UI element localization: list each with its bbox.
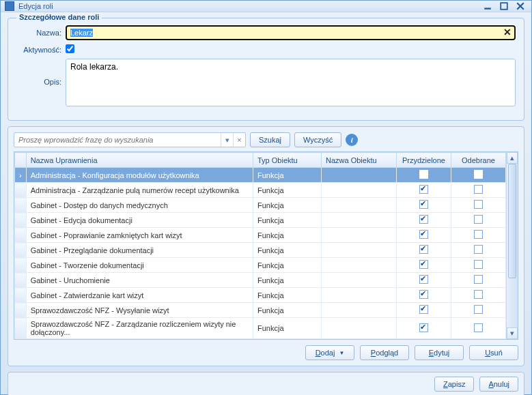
scroll-up-icon[interactable]: ▴: [507, 152, 518, 164]
revoked-checkbox[interactable]: [474, 230, 483, 239]
active-label: Aktywność:: [16, 46, 66, 54]
cell-assigned[interactable]: [397, 258, 451, 273]
assigned-checkbox[interactable]: [419, 170, 428, 179]
assigned-checkbox[interactable]: [419, 260, 428, 269]
scroll-down-icon[interactable]: ▾: [507, 327, 518, 339]
grid-action-bar: Dodaj▼ Podgląd Edytuj Usuń: [14, 345, 518, 360]
cell-assigned[interactable]: [397, 318, 451, 339]
active-checkbox[interactable]: [66, 44, 74, 53]
cell-assigned[interactable]: [397, 183, 451, 198]
cell-revoked[interactable]: [451, 198, 506, 213]
cell-assigned[interactable]: [397, 213, 451, 228]
table-row[interactable]: Gabinet - Przeglądanie dokumentacjiFunkc…: [15, 243, 506, 258]
cell-assigned[interactable]: [397, 273, 451, 288]
assigned-checkbox[interactable]: [419, 305, 428, 314]
scroll-track[interactable]: [507, 164, 518, 327]
search-input[interactable]: [14, 134, 221, 145]
assigned-checkbox[interactable]: [419, 215, 428, 224]
grid-panel: ▾ × Szukaj Wyczyść i Nazwa Uprawnienia T…: [8, 126, 524, 366]
scroll-thumb[interactable]: [508, 164, 516, 278]
assigned-checkbox[interactable]: [419, 323, 428, 332]
cell-revoked[interactable]: [451, 258, 506, 273]
cell-revoked[interactable]: [451, 303, 506, 318]
cell-objname: [322, 183, 397, 198]
cell-revoked[interactable]: [451, 228, 506, 243]
cell-revoked[interactable]: [451, 168, 506, 183]
titlebar[interactable]: Edycja roli: [1, 1, 531, 12]
revoked-checkbox[interactable]: [474, 170, 483, 179]
window-title: Edycja roli: [18, 2, 478, 10]
table-row[interactable]: Gabinet - Tworzenie dokumentacjiFunkcja: [15, 258, 506, 273]
cell-assigned[interactable]: [397, 288, 451, 303]
cell-assigned[interactable]: [397, 228, 451, 243]
details-panel: Szczegółowe dane roli Nazwa: ✕ Aktywność…: [8, 18, 524, 121]
dropdown-icon[interactable]: ▾: [221, 133, 233, 147]
header-objname[interactable]: Nazwa Obiektu: [322, 153, 397, 168]
revoked-checkbox[interactable]: [474, 305, 483, 314]
assigned-checkbox[interactable]: [419, 275, 428, 284]
cell-objname: [322, 318, 397, 339]
window-root: Edycja roli Szczegółowe dane roli Nazwa:…: [0, 0, 532, 395]
assigned-checkbox[interactable]: [419, 290, 428, 299]
header-revoked[interactable]: Odebrane: [451, 153, 506, 168]
minimize-button[interactable]: [481, 1, 494, 12]
table-row[interactable]: Gabinet - Zatwierdzanie kart wizytFunkcj…: [15, 288, 506, 303]
cell-assigned[interactable]: [397, 303, 451, 318]
cell-assigned[interactable]: [397, 168, 451, 183]
vertical-scrollbar[interactable]: ▴ ▾: [506, 152, 518, 339]
cell-revoked[interactable]: [451, 273, 506, 288]
revoked-checkbox[interactable]: [474, 185, 483, 194]
info-icon[interactable]: i: [346, 134, 358, 146]
cell-type: Funkcja: [253, 198, 322, 213]
revoked-checkbox[interactable]: [474, 215, 483, 224]
save-button[interactable]: Zapisz: [434, 377, 474, 392]
search-button[interactable]: Szukaj: [250, 132, 290, 147]
clear-button[interactable]: Wyczyść: [294, 132, 341, 147]
revoked-checkbox[interactable]: [474, 245, 483, 254]
delete-button[interactable]: Usuń: [469, 345, 518, 360]
revoked-checkbox[interactable]: [474, 275, 483, 284]
table-row[interactable]: Gabinet - Dostęp do danych medycznychFun…: [15, 198, 506, 213]
desc-textarea[interactable]: Rola lekarza.: [66, 59, 516, 106]
table-row[interactable]: Administracja - Zarządzanie pulą numerów…: [15, 183, 506, 198]
assigned-checkbox[interactable]: [419, 230, 428, 239]
cell-assigned[interactable]: [397, 243, 451, 258]
table-row[interactable]: Gabinet - Poprawianie zamkniętych kart w…: [15, 228, 506, 243]
revoked-checkbox[interactable]: [474, 260, 483, 269]
cell-revoked[interactable]: [451, 288, 506, 303]
table-row[interactable]: Sprawozdawczość NFZ - Wysyłanie wizytFun…: [15, 303, 506, 318]
close-button[interactable]: [514, 1, 527, 12]
assigned-checkbox[interactable]: [419, 185, 428, 194]
table-row[interactable]: Gabinet - Edycja dokumentacjiFunkcja: [15, 213, 506, 228]
row-indicator: ›: [15, 168, 27, 183]
header-type[interactable]: Typ Obiektu: [253, 153, 322, 168]
cell-assigned[interactable]: [397, 198, 451, 213]
header-name[interactable]: Nazwa Uprawnienia: [26, 153, 253, 168]
clear-search-icon[interactable]: ×: [233, 133, 245, 147]
assigned-checkbox[interactable]: [419, 200, 428, 209]
assigned-checkbox[interactable]: [419, 245, 428, 254]
maximize-button[interactable]: [497, 1, 511, 12]
cell-revoked[interactable]: [451, 318, 506, 339]
cell-objname: [322, 243, 397, 258]
preview-button[interactable]: Podgląd: [360, 345, 409, 360]
cancel-button[interactable]: Anuluj: [479, 377, 518, 392]
cell-revoked[interactable]: [451, 243, 506, 258]
revoked-checkbox[interactable]: [474, 290, 483, 299]
cell-name: Sprawozdawczość NFZ - Wysyłanie wizyt: [26, 303, 253, 318]
revoked-checkbox[interactable]: [474, 323, 483, 332]
cell-revoked[interactable]: [451, 183, 506, 198]
table-row[interactable]: ›Administracja - Konfiguracja modułów uż…: [15, 168, 506, 183]
add-button[interactable]: Dodaj▼: [305, 345, 354, 360]
clear-name-icon[interactable]: ✕: [502, 27, 513, 38]
cell-type: Funkcja: [253, 213, 322, 228]
name-input[interactable]: [66, 25, 516, 40]
edit-button[interactable]: Edytuj: [415, 345, 464, 360]
cell-revoked[interactable]: [451, 213, 506, 228]
permissions-grid[interactable]: Nazwa Uprawnienia Typ Obiektu Nazwa Obie…: [14, 152, 506, 339]
revoked-checkbox[interactable]: [474, 200, 483, 209]
table-row[interactable]: Gabinet - UruchomienieFunkcja: [15, 273, 506, 288]
header-assigned[interactable]: Przydzielone: [397, 153, 451, 168]
table-row[interactable]: Sprawozdawczość NFZ - Zarządzanie rozlic…: [15, 318, 506, 339]
search-combo[interactable]: ▾ ×: [14, 132, 246, 147]
